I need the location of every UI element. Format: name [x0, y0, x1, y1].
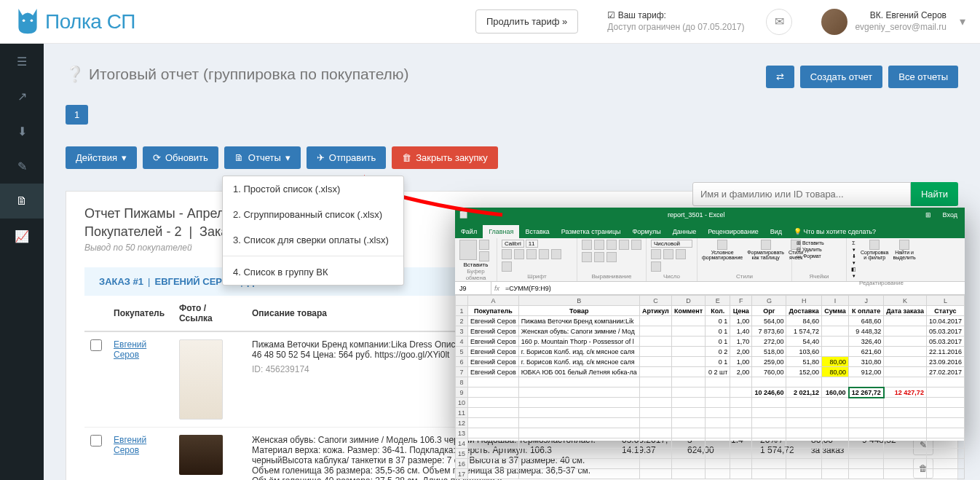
excel-tab-formulas[interactable]: Формулы — [627, 225, 667, 238]
sidebar-toggle[interactable]: ☰ — [0, 44, 44, 79]
send-button[interactable]: ✈ Отправить — [307, 146, 386, 169]
external-icon: ↗ — [17, 90, 27, 103]
refresh-icon: ⟳ — [153, 152, 161, 163]
sidebar-item-1[interactable]: ↗ — [0, 79, 44, 114]
excel-tab-insert[interactable]: Вставка — [519, 225, 555, 238]
search-input[interactable] — [692, 182, 911, 206]
reports-dropdown[interactable]: 🗎 Отчеты ▾ — [224, 146, 301, 169]
excel-tab-home[interactable]: Главная — [483, 225, 519, 238]
envelope-icon: ✉ — [775, 15, 784, 28]
chart-icon: 📈 — [15, 229, 29, 243]
excel-ribbon-tabs: Файл Главная Вставка Разметка страницы Ф… — [455, 222, 965, 238]
file-icon: 🗎 — [16, 194, 28, 208]
logo[interactable]: Полка СП — [15, 7, 135, 36]
export-simple-xlsx[interactable]: 1. Простой список (.xlsx) — [223, 176, 403, 202]
export-vk-group[interactable]: 4. Список в группу ВК — [223, 259, 403, 285]
excel-tab-review[interactable]: Рецензирование — [702, 225, 764, 238]
extend-tariff-button[interactable]: Продлить тариф » — [475, 9, 578, 34]
caret-down-icon: ▾ — [122, 152, 127, 163]
send-icon: ✈ — [317, 152, 325, 163]
excel-ribbon: Вставить Буфер обмена Calibri11 Шрифт Вы… — [455, 238, 965, 282]
export-grouped-xlsx[interactable]: 2. Сгруппированный список (.xlsx) — [223, 202, 403, 227]
excel-tab-file[interactable]: Файл — [455, 225, 483, 238]
actions-dropdown[interactable]: Действия ▾ — [66, 146, 137, 169]
row-checkbox[interactable] — [90, 435, 102, 446]
trash-icon: 🗑 — [402, 152, 411, 163]
svg-point-0 — [23, 19, 25, 22]
excel-tell-me[interactable]: 💡 Что вы хотите сделать? — [788, 225, 882, 238]
sidebar-item-reports[interactable]: 🗎 — [0, 184, 44, 219]
excel-tab-view[interactable]: Вид — [764, 225, 788, 238]
create-report-button[interactable]: Создать отчет — [800, 66, 882, 88]
tariff-info: ☑ Ваш тариф: Доступ ограничен (до 07.05.… — [607, 10, 744, 33]
sidebar: ☰ ↗ ⬇ ✎ 🗎 📈 — [0, 44, 44, 480]
hamburger-icon: ☰ — [17, 55, 27, 68]
help-icon[interactable]: ❔ — [66, 66, 84, 83]
edit-icon: ✎ — [17, 160, 27, 173]
excel-window: ⬜ report_3501 - Excel ⊞ Вход Файл Главна… — [455, 208, 965, 441]
file-icon: 🗎 — [234, 152, 244, 163]
buyer-link[interactable]: Евгений Серов — [114, 435, 146, 455]
user-menu[interactable]: ВК. Евгений Серов evgeniy_serov@mail.ru … — [821, 9, 965, 35]
caret-down-icon: ▾ — [285, 152, 291, 163]
all-reports-button[interactable]: Все отчеты — [888, 66, 958, 88]
excel-tab-data[interactable]: Данные — [667, 225, 703, 238]
excel-tab-layout[interactable]: Разметка страницы — [556, 225, 627, 238]
cat-logo-icon — [15, 7, 41, 36]
sidebar-item-5[interactable]: 📈 — [0, 219, 44, 253]
reports-dropdown-menu: 1. Простой список (.xlsx) 2. Сгруппирова… — [222, 176, 404, 286]
switch-button[interactable]: ⇄ — [766, 66, 794, 88]
sidebar-item-2[interactable]: ⬇ — [0, 114, 44, 149]
product-photo[interactable] — [179, 435, 223, 475]
messages-button[interactable]: ✉ — [766, 9, 792, 35]
sidebar-item-3[interactable]: ✎ — [0, 149, 44, 184]
row-checkbox[interactable] — [90, 339, 102, 351]
excel-grid[interactable]: ABCDEFGHIJKL1ПокупательТоварАртикулКомме… — [455, 295, 965, 479]
close-purchase-button[interactable]: 🗑 Закрыть закупку — [392, 146, 498, 169]
export-payment-xlsx[interactable]: 3. Список для сверки оплаты (.xlsx) — [223, 227, 403, 253]
chevron-down-icon: ▾ — [960, 15, 965, 28]
svg-point-1 — [31, 19, 33, 22]
download-icon: ⬇ — [17, 125, 27, 138]
product-photo[interactable] — [179, 339, 223, 420]
buyer-link[interactable]: Евгений Серов — [114, 339, 146, 360]
search-button[interactable]: Найти — [911, 182, 958, 206]
avatar — [821, 9, 847, 35]
page-number-badge[interactable]: 1 — [66, 105, 88, 125]
refresh-button[interactable]: ⟳ Обновить — [143, 146, 218, 169]
logo-text: Полка СП — [45, 10, 135, 34]
excel-titlebar: ⬜ report_3501 - Excel ⊞ Вход — [455, 208, 965, 222]
